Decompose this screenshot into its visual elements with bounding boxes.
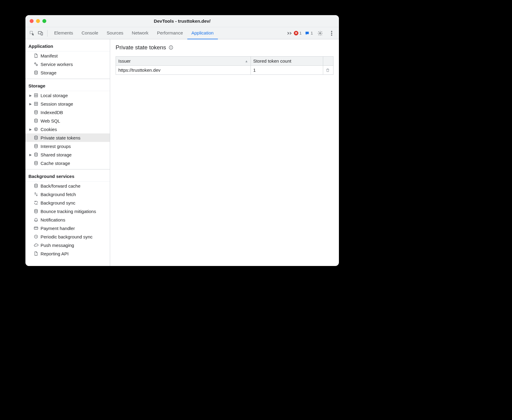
svg-point-6 — [331, 34, 332, 36]
sidebar-item-payment-handler[interactable]: Payment handler — [25, 224, 110, 232]
column-header-count[interactable]: Stored token count — [251, 57, 323, 66]
more-tabs-icon[interactable] — [285, 29, 294, 38]
sidebar-item-bounce-tracking-mitigations[interactable]: Bounce tracking mitigations — [25, 207, 110, 215]
svg-point-23 — [34, 136, 37, 137]
sidebar-item-label: IndexedDB — [41, 110, 63, 115]
content: ApplicationManifestService workersStorag… — [25, 39, 339, 266]
expand-arrow-icon[interactable]: ▶ — [28, 102, 33, 106]
sidebar-item-back-forward-cache[interactable]: Back/forward cache — [25, 182, 110, 190]
close-window-button[interactable] — [30, 19, 34, 23]
maximize-window-button[interactable] — [42, 19, 46, 23]
tab-elements[interactable]: Elements — [50, 27, 77, 39]
sidebar-item-label: Session storage — [41, 101, 73, 107]
svg-point-8 — [36, 64, 38, 66]
sidebar-item-private-state-tokens[interactable]: Private state tokens — [25, 133, 110, 142]
column-header-issuer[interactable]: Issuer ▲ — [116, 57, 251, 66]
sidebar-item-push-messaging[interactable]: Push messaging — [25, 241, 110, 249]
db-icon — [33, 110, 39, 115]
svg-point-26 — [34, 161, 37, 162]
column-header-count-label: Stored token count — [253, 58, 291, 64]
message-icon — [305, 31, 310, 36]
sidebar-item-background-fetch[interactable]: Background fetch — [25, 190, 110, 199]
svg-point-16 — [34, 110, 37, 112]
error-count: 1 — [300, 31, 302, 35]
expand-arrow-icon[interactable]: ▶ — [28, 153, 33, 156]
trash-icon[interactable] — [326, 68, 331, 72]
svg-point-22 — [35, 130, 35, 130]
tab-sources[interactable]: Sources — [103, 27, 128, 39]
sidebar-item-interest-groups[interactable]: Interest groups — [25, 142, 110, 150]
minimize-window-button[interactable] — [36, 19, 40, 23]
kebab-menu-icon[interactable] — [327, 29, 336, 38]
column-header-actions — [323, 57, 333, 66]
sidebar-item-label: Cookies — [41, 127, 57, 132]
tab-network[interactable]: Network — [128, 27, 153, 39]
svg-point-4 — [331, 31, 332, 32]
message-badge[interactable]: 1 — [305, 31, 313, 36]
sidebar-item-label: Manifest — [41, 53, 58, 58]
sidebar[interactable]: ApplicationManifestService workersStorag… — [25, 39, 110, 266]
devtools-window: DevTools - trusttoken.dev/ ElementsConso… — [25, 15, 339, 266]
cloud-icon — [33, 243, 39, 248]
db-icon — [33, 161, 39, 166]
sidebar-item-label: Cache storage — [41, 161, 70, 166]
sidebar-item-service-workers[interactable]: Service workers — [25, 60, 110, 68]
svg-point-27 — [34, 184, 37, 185]
sidebar-item-notifications[interactable]: Notifications — [25, 215, 110, 224]
sidebar-item-reporting-api[interactable]: Reporting API — [25, 249, 110, 258]
sidebar-item-storage[interactable]: Storage — [25, 68, 110, 77]
db-icon — [33, 144, 39, 149]
sidebar-item-session-storage[interactable]: ▶Session storage — [25, 100, 110, 108]
sidebar-item-indexeddb[interactable]: IndexedDB — [25, 108, 110, 116]
sidebar-item-label: Web SQL — [41, 118, 60, 123]
inspect-icon[interactable] — [28, 29, 36, 38]
device-toolbar-icon[interactable] — [36, 29, 45, 38]
error-icon: ✕ — [294, 31, 298, 35]
db-icon — [33, 118, 39, 123]
arrows-icon — [33, 192, 39, 197]
svg-point-9 — [34, 71, 37, 72]
card-icon — [33, 226, 39, 231]
sidebar-item-label: Periodic background sync — [41, 234, 93, 239]
sidebar-item-web-sql[interactable]: Web SQL — [25, 116, 110, 125]
sidebar-item-label: Storage — [41, 70, 57, 75]
sidebar-item-manifest[interactable]: Manifest — [25, 51, 110, 60]
svg-point-25 — [34, 153, 37, 154]
sidebar-item-shared-storage[interactable]: ▶Shared storage — [25, 150, 110, 159]
sidebar-item-periodic-background-sync[interactable]: Periodic background sync — [25, 232, 110, 241]
db-icon — [33, 70, 39, 75]
db-icon — [33, 209, 39, 214]
tab-performance[interactable]: Performance — [153, 27, 187, 39]
file-icon — [33, 53, 39, 58]
sidebar-item-label: Interest groups — [41, 144, 71, 149]
error-badge[interactable]: ✕ 1 — [294, 31, 302, 35]
grid-icon — [33, 101, 39, 106]
table-row[interactable]: https://trusttoken.dev1 — [116, 66, 333, 75]
panel-heading-text: Private state tokens — [116, 44, 166, 51]
expand-arrow-icon[interactable]: ▶ — [28, 94, 33, 97]
section-title: Application — [25, 39, 110, 51]
tokens-table: Issuer ▲ Stored token count https://trus… — [116, 56, 333, 75]
svg-point-24 — [34, 144, 37, 146]
cell-count: 1 — [251, 66, 323, 75]
sidebar-item-label: Back/forward cache — [41, 183, 80, 189]
sidebar-item-cookies[interactable]: ▶Cookies — [25, 125, 110, 133]
svg-point-21 — [36, 130, 37, 130]
info-icon[interactable] — [169, 45, 173, 50]
cookie-icon — [33, 127, 39, 132]
expand-arrow-icon[interactable]: ▶ — [28, 128, 33, 131]
sidebar-item-local-storage[interactable]: ▶Local storage — [25, 91, 110, 100]
sidebar-item-background-sync[interactable]: Background sync — [25, 199, 110, 207]
clock-icon — [33, 234, 39, 239]
svg-point-20 — [36, 128, 37, 129]
settings-icon[interactable] — [316, 29, 324, 38]
main-panel: Private state tokens Issuer ▲ Stored tok… — [110, 39, 339, 266]
svg-point-19 — [35, 129, 35, 129]
tab-console[interactable]: Console — [77, 27, 103, 39]
sidebar-item-label: Local storage — [41, 93, 68, 98]
bell-icon — [33, 217, 39, 222]
sidebar-item-cache-storage[interactable]: Cache storage — [25, 159, 110, 167]
traffic-lights — [30, 19, 46, 23]
tab-application[interactable]: Application — [187, 27, 218, 39]
section-title: Background services — [25, 169, 110, 182]
